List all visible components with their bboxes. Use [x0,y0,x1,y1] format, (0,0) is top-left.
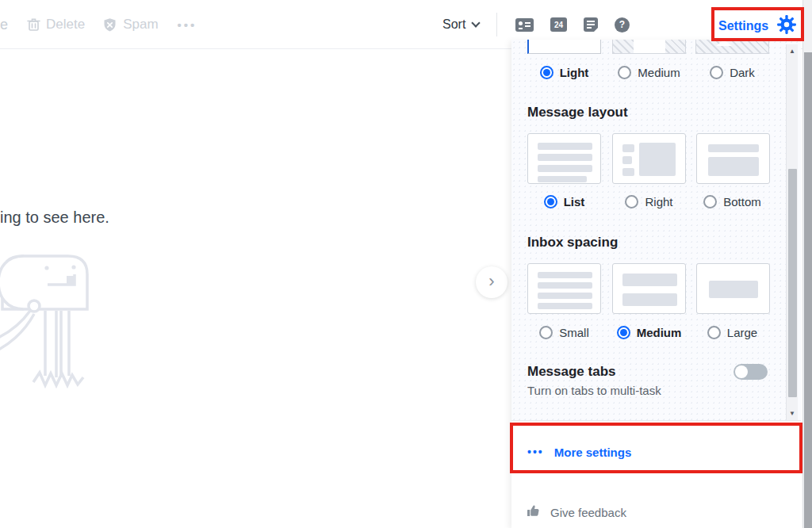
annotation-box-settings [711,7,804,41]
delete-label: Delete [46,17,85,33]
mail-app-screen: e Delete Spam ••• Sort 24 [0,0,812,528]
radio-icon [544,195,557,209]
theme-preview-dark[interactable] [695,40,769,54]
spacing-option-large[interactable]: Large [707,326,757,339]
inbox-spacing-title: Inbox spacing [527,235,618,251]
browser-scrollbar[interactable] [802,0,812,528]
message-tabs-toggle[interactable] [733,364,768,380]
scroll-up-arrow-icon[interactable]: ▲ [787,48,798,55]
message-layout-title: Message layout [527,105,628,121]
sort-label: Sort [442,17,465,32]
radio-icon [540,66,553,79]
spacing-preview-large[interactable] [696,263,770,314]
empty-state-text: ing to see here. [0,209,109,227]
panel-scrollbar-thumb[interactable] [788,169,797,397]
shield-x-icon [102,17,117,33]
annotation-box-more-settings [510,423,802,473]
trash-icon [27,17,40,32]
theme-option-light[interactable]: Light [540,66,589,79]
radio-icon [539,326,553,339]
message-tabs-title: Message tabs [527,364,616,380]
archive-label-fragment[interactable]: e [0,17,10,33]
message-tabs-subtitle: Turn on tabs to multi-task [527,384,661,397]
thumbs-up-icon [511,504,540,521]
layout-preview-right[interactable] [612,133,686,184]
spam-label: Spam [123,17,158,33]
mailbox-illustration [0,251,103,404]
theme-option-medium[interactable]: Medium [618,66,680,79]
calendar-icon[interactable]: 24 [550,17,567,32]
theme-preview-light[interactable] [527,40,601,54]
layout-option-list[interactable]: List [544,195,585,209]
help-icon[interactable]: ? [615,17,630,33]
toolbar-divider [496,13,497,36]
radio-icon [707,326,721,339]
notepad-icon[interactable] [584,17,598,32]
spam-button[interactable]: Spam [102,17,158,33]
spacing-option-small[interactable]: Small [539,326,589,339]
theme-preview-medium[interactable] [612,40,686,54]
layout-preview-bottom[interactable] [696,133,770,184]
browser-scrollbar-thumb[interactable] [804,52,812,528]
radio-icon [617,326,630,339]
delete-button[interactable]: Delete [27,17,85,33]
spacing-preview-medium[interactable] [612,263,686,314]
chevron-down-icon [472,18,481,27]
sort-dropdown[interactable]: Sort [442,0,479,49]
layout-preview-list[interactable] [527,133,601,184]
radio-icon [618,66,631,79]
radio-icon [703,195,717,209]
scroll-down-arrow-icon[interactable]: ▼ [787,410,798,417]
layout-option-bottom[interactable]: Bottom [703,195,761,209]
give-feedback-button[interactable]: Give feedback [511,496,801,528]
radio-icon [625,195,638,209]
give-feedback-label: Give feedback [550,506,626,519]
radio-icon [710,66,723,79]
expand-panel-button[interactable]: › [476,266,508,298]
spacing-preview-small[interactable] [527,263,601,314]
panel-scrollbar[interactable]: ▲ ▼ [786,44,798,420]
contacts-icon[interactable] [515,18,534,32]
spacing-option-medium[interactable]: Medium [617,326,682,339]
more-actions-button[interactable]: ••• [178,18,197,32]
theme-option-dark[interactable]: Dark [710,66,755,79]
layout-option-right[interactable]: Right [625,195,672,209]
